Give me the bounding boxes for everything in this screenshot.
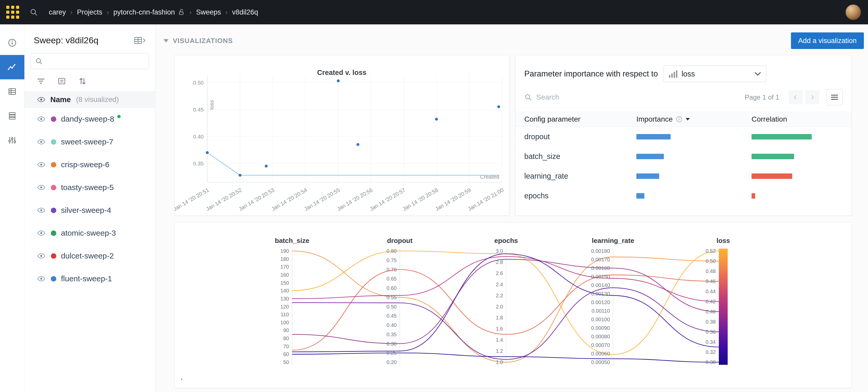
created-vs-loss-chart[interactable]: 0.350.400.450.50Jan 14 '20 20:51Jan 14 '… <box>175 55 509 216</box>
svg-text:Jan 14 '20 20:52: Jan 14 '20 20:52 <box>205 187 243 212</box>
eye-icon[interactable] <box>37 97 45 102</box>
eye-icon[interactable] <box>37 117 45 122</box>
sidebar-item-overview[interactable] <box>0 31 24 55</box>
svg-text:loss: loss <box>716 237 730 244</box>
eye-icon[interactable] <box>37 162 45 167</box>
svg-text:1.4: 1.4 <box>496 337 503 343</box>
svg-text:0.50: 0.50 <box>386 304 397 309</box>
importance-bar <box>637 193 644 199</box>
svg-text:3.0: 3.0 <box>496 248 503 254</box>
table-menu-button[interactable] <box>827 89 843 105</box>
run-row[interactable]: dandy-sweep-8 <box>24 107 155 130</box>
run-name[interactable]: silver-sweep-4 <box>61 206 111 215</box>
eye-icon[interactable] <box>37 276 45 281</box>
svg-text:Jan 14 '20 20:57: Jan 14 '20 20:57 <box>369 187 406 212</box>
importance-table: Config parameter Importance Correlation <box>516 112 851 205</box>
run-name[interactable]: dandy-sweep-8 <box>61 115 114 123</box>
importance-table-row[interactable]: batch_size <box>516 146 851 166</box>
importance-table-row[interactable]: learning_rate <box>516 166 851 186</box>
info-icon <box>8 38 17 47</box>
svg-text:Jan 14 '20 20:58: Jan 14 '20 20:58 <box>401 187 439 212</box>
metric-dropdown[interactable]: loss <box>663 66 766 82</box>
config-parameter-name: learning_rate <box>524 172 637 181</box>
runs-search-input[interactable] <box>46 57 145 65</box>
importance-search-input[interactable] <box>536 93 655 101</box>
importance-table-row[interactable]: epochs <box>516 186 851 205</box>
svg-text:0.30: 0.30 <box>386 341 397 347</box>
group-icon[interactable] <box>58 77 66 85</box>
svg-text:0.70: 0.70 <box>386 267 397 272</box>
svg-text:0.35: 0.35 <box>193 161 204 166</box>
info-icon <box>676 116 683 123</box>
svg-text:0.40: 0.40 <box>706 309 716 315</box>
eye-icon[interactable] <box>37 185 45 190</box>
top-navbar: carey›Projects›pytorch-cnn-fashion›Sweep… <box>0 0 868 24</box>
visualized-count: (8 visualized) <box>76 95 119 104</box>
add-visualization-button[interactable]: Add a visualization <box>791 32 864 49</box>
run-row[interactable]: crisp-sweep-6 <box>24 153 155 176</box>
correlation-bar <box>751 154 794 159</box>
run-name[interactable]: dulcet-sweep-2 <box>61 252 114 260</box>
svg-text:Jan 14 '20 20:55: Jan 14 '20 20:55 <box>303 187 341 212</box>
importance-bar <box>637 134 671 139</box>
svg-text:0.42: 0.42 <box>706 299 716 304</box>
runs-search-box <box>31 53 149 69</box>
svg-text:130: 130 <box>280 296 289 301</box>
run-row[interactable]: sweet-sweep-7 <box>24 130 155 153</box>
eye-icon[interactable] <box>37 253 45 259</box>
svg-text:0.65: 0.65 <box>386 276 397 282</box>
run-name[interactable]: atomic-sweep-3 <box>61 229 116 237</box>
run-name[interactable]: sweet-sweep-7 <box>61 137 113 146</box>
breadcrumb-item[interactable]: Projects <box>77 8 102 16</box>
sidebar-item-sweep-controls[interactable] <box>0 128 24 153</box>
svg-text:0.00080: 0.00080 <box>591 334 610 339</box>
run-name[interactable]: fluent-sweep-1 <box>61 274 112 283</box>
run-row[interactable]: silver-sweep-4 <box>24 199 155 222</box>
svg-text:0.00160: 0.00160 <box>591 265 610 271</box>
importance-panel-title: Parameter importance with respect to <box>524 69 658 78</box>
breadcrumb-item[interactable]: Sweeps <box>196 8 221 16</box>
parallel-coordinates-chart[interactable]: batch_sizedropoutepochslearning_rateloss… <box>175 223 851 388</box>
svg-text:0.20: 0.20 <box>386 359 397 365</box>
prev-page-button[interactable] <box>788 90 803 104</box>
run-row[interactable]: toasty-sweep-5 <box>24 176 155 199</box>
svg-text:Created: Created <box>480 174 499 180</box>
run-name[interactable]: toasty-sweep-5 <box>61 183 114 192</box>
layers-icon <box>8 111 17 120</box>
breadcrumb-item[interactable]: pytorch-cnn-fashion <box>113 8 175 16</box>
column-header-importance[interactable]: Importance <box>637 115 751 123</box>
run-row[interactable]: atomic-sweep-3 <box>24 222 155 244</box>
svg-text:0.34: 0.34 <box>706 339 716 345</box>
column-header-config-parameter: Config parameter <box>524 115 637 123</box>
config-parameter-name: batch_size <box>524 152 637 161</box>
filter-icon[interactable] <box>37 77 45 85</box>
avatar[interactable] <box>845 4 861 20</box>
sort-icon[interactable] <box>79 77 87 85</box>
sidebar-item-charts[interactable] <box>0 55 24 79</box>
runs-table-toggle-icon[interactable] <box>134 36 146 44</box>
run-row[interactable]: dulcet-sweep-2 <box>24 244 155 267</box>
wandb-logo[interactable] <box>6 6 19 19</box>
importance-table-row[interactable]: dropout <box>516 127 851 146</box>
svg-text:0.60: 0.60 <box>386 285 397 291</box>
svg-text:0.00120: 0.00120 <box>591 299 610 305</box>
eye-icon[interactable] <box>37 208 45 213</box>
svg-text:0.50: 0.50 <box>193 79 204 86</box>
breadcrumb-separator: › <box>70 8 73 16</box>
breadcrumb-item[interactable]: v8dil26q <box>232 8 258 16</box>
svg-text:dropout: dropout <box>387 237 413 244</box>
svg-text:0.50: 0.50 <box>706 258 716 264</box>
run-name[interactable]: crisp-sweep-6 <box>61 160 110 169</box>
eye-icon[interactable] <box>37 139 45 144</box>
run-row[interactable]: fluent-sweep-1 <box>24 267 155 290</box>
next-page-button[interactable] <box>805 90 819 104</box>
sidebar-item-table[interactable] <box>0 79 24 104</box>
svg-text:60: 60 <box>283 351 289 357</box>
svg-text:0.00070: 0.00070 <box>591 342 610 348</box>
sidebar-item-model[interactable] <box>0 104 24 128</box>
search-icon[interactable] <box>30 8 38 16</box>
svg-text:0.00170: 0.00170 <box>591 257 610 262</box>
collapse-caret-icon[interactable] <box>163 39 168 42</box>
breadcrumb-item[interactable]: carey <box>49 8 66 16</box>
eye-icon[interactable] <box>37 230 45 236</box>
